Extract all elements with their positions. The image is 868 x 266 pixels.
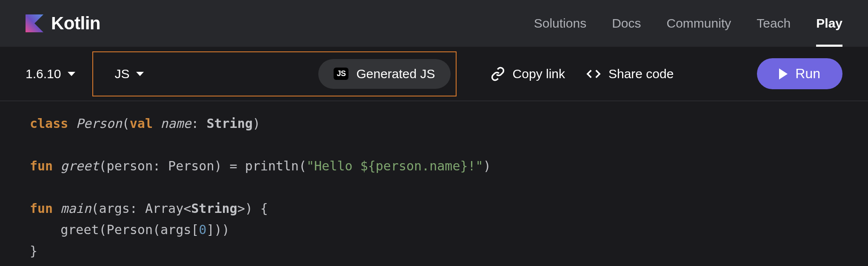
nav-solutions[interactable]: Solutions	[534, 0, 586, 47]
copy-link-button[interactable]: Copy link	[491, 67, 565, 81]
playground-toolbar: 1.6.10 JS JS Generated JS Copy link Shar…	[0, 47, 868, 101]
nav-links: Solutions Docs Community Teach Play	[534, 0, 842, 47]
kotlin-logo-icon	[26, 14, 43, 32]
brand-logo[interactable]: Kotlin	[26, 13, 100, 34]
nav-community[interactable]: Community	[667, 0, 731, 47]
chevron-down-icon	[136, 72, 144, 76]
nav-docs[interactable]: Docs	[612, 0, 641, 47]
nav-play[interactable]: Play	[816, 0, 842, 47]
version-dropdown[interactable]: 1.6.10	[26, 67, 92, 81]
target-dropdown[interactable]: JS	[114, 67, 306, 81]
nav-teach[interactable]: Teach	[757, 0, 791, 47]
generated-js-label: Generated JS	[356, 67, 435, 81]
generated-js-button[interactable]: JS Generated JS	[318, 59, 450, 89]
link-icon	[491, 67, 505, 81]
copy-link-label: Copy link	[513, 67, 565, 81]
target-value: JS	[114, 67, 129, 81]
play-icon	[779, 68, 788, 79]
version-value: 1.6.10	[26, 67, 61, 81]
chevron-down-icon	[68, 72, 75, 76]
target-highlight-box: JS JS Generated JS	[92, 51, 456, 96]
run-label: Run	[795, 66, 820, 82]
run-button[interactable]: Run	[757, 58, 842, 89]
share-code-label: Share code	[608, 67, 674, 81]
code-editor[interactable]: class Person(val name: String) fun greet…	[0, 101, 868, 266]
share-code-button[interactable]: Share code	[586, 67, 674, 81]
js-badge-icon: JS	[334, 68, 348, 80]
code-icon	[586, 67, 601, 81]
brand-name: Kotlin	[51, 13, 100, 34]
top-nav: Kotlin Solutions Docs Community Teach Pl…	[0, 0, 868, 47]
